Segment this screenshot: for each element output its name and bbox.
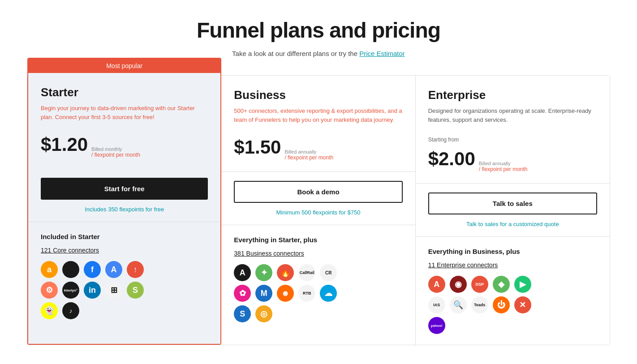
starter-plan-name: Starter <box>41 86 208 99</box>
business-price: $1.50 <box>234 137 281 158</box>
callrail-icon: CallRail <box>298 264 315 281</box>
snapchat-icon: 👻 <box>41 302 58 319</box>
enterprise-per-unit: / flexpoint per month <box>479 166 528 172</box>
page-title: Funnel plans and pricing <box>27 18 610 43</box>
teads-icon: Teads <box>471 296 488 313</box>
enterprise-cta-section: Talk to sales Talk to sales for a custom… <box>416 184 610 236</box>
business-price-row: $1.50 Billed annually / flexpoint per mo… <box>234 137 402 161</box>
starter-cta-button[interactable]: Start for free <box>41 178 208 200</box>
business-billed-label: Billed annually <box>284 149 333 154</box>
enterprise-plan-name: Enterprise <box>428 88 597 102</box>
tiktok-icon: ♪ <box>62 302 79 319</box>
hubspot-icon: ⚙ <box>41 282 58 299</box>
e5-icon: ▶ <box>514 276 531 293</box>
e9-icon: ✕ <box>514 296 531 313</box>
enterprise-icons-grid: A◉DSP◆▶IAS🔍Teads⏻✕yahoo! <box>428 276 597 334</box>
apple-icon <box>62 261 79 278</box>
enterprise-starting-from: Starting from <box>428 137 597 143</box>
most-popular-badge: Most popular <box>28 59 220 73</box>
enterprise-connectors-link[interactable]: 11 Enterprise connectors <box>428 261 597 269</box>
starter-cta-section: Start for free Includes 350 flexpoints f… <box>28 169 220 222</box>
starter-header: Starter Begin your journey to data-drive… <box>28 73 220 169</box>
adobe-icon: A <box>428 276 445 293</box>
plans-grid: Most popular Starter Begin your journey … <box>27 75 610 345</box>
enterprise-header: Enterprise Designed for organizations op… <box>416 76 610 184</box>
plan-enterprise: Enterprise Designed for organizations op… <box>416 76 610 345</box>
price-estimator-link[interactable]: Price Estimator <box>359 50 405 57</box>
b7-icon: ☻ <box>277 285 294 302</box>
business-plan-desc: 500+ connectors, extensive reporting & e… <box>234 107 402 131</box>
e2-icon: ◉ <box>450 276 467 293</box>
business-icons-grid: A✦🔥CallRailCR✿M☻RTB☁S◎ <box>234 264 402 322</box>
dsp-icon: DSP <box>471 276 488 293</box>
analytics-icon: ↑ <box>127 261 144 278</box>
starter-icons-grid: afA↑⚙klaviyo°in⊞S👻♪ <box>41 261 208 319</box>
yahoo-icon: yahoo! <box>428 317 445 334</box>
starter-cta-note: Includes 350 flexpoints for free <box>41 206 208 213</box>
business-connectors-link[interactable]: 381 Business connectors <box>234 250 402 257</box>
business-header: Business 500+ connectors, extensive repo… <box>221 76 415 172</box>
business-features-title: Everything in Starter, plus <box>234 236 402 244</box>
google-ads-icon: A <box>105 261 122 278</box>
e4-icon: ◆ <box>493 276 510 293</box>
facebook-icon: f <box>84 261 101 278</box>
enterprise-billed-label: Billed annually <box>479 161 528 166</box>
enterprise-cta-note: Talk to sales for a customized quote <box>428 221 597 227</box>
enterprise-cta-button[interactable]: Talk to sales <box>428 193 597 214</box>
starter-price-row: $1.20 Billed monthly / flexpoint per mon… <box>41 134 208 158</box>
microsoft-icon: ⊞ <box>105 282 122 299</box>
cr-icon: CR <box>320 264 337 281</box>
business-cta-note: Minimum 500 flexpoints for $750 <box>234 209 402 216</box>
starter-features: Included in Starter 121 Core connectors … <box>28 222 220 344</box>
linkedin-icon: in <box>84 282 101 299</box>
plan-starter: Most popular Starter Begin your journey … <box>27 58 221 345</box>
enterprise-features-title: Everything in Business, plus <box>428 248 597 255</box>
starter-plan-desc: Begin your journey to data-driven market… <box>41 104 208 128</box>
b1-icon: A <box>234 264 251 281</box>
business-cta-section: Book a demo Minimum 500 flexpoints for $… <box>221 172 415 225</box>
similarweb-icon: S <box>234 305 251 322</box>
b5-icon: ✿ <box>234 285 251 302</box>
b2-icon: ✦ <box>255 264 272 281</box>
business-per-unit: / flexpoint per month <box>284 154 333 161</box>
business-cta-button[interactable]: Book a demo <box>234 181 402 203</box>
b10-icon: ◎ <box>255 305 272 322</box>
business-features: Everything in Starter, plus 381 Business… <box>221 225 415 345</box>
enterprise-price: $2.00 <box>428 148 475 170</box>
search-icon: 🔍 <box>450 296 467 313</box>
rtb-icon: RTB <box>298 285 315 302</box>
starter-price: $1.20 <box>41 134 88 155</box>
starter-features-title: Included in Starter <box>41 233 208 240</box>
starter-per-unit: / flexpoint per month <box>91 152 140 158</box>
salesforce-icon: ☁ <box>320 285 337 302</box>
klaviyo-icon: klaviyo° <box>62 282 79 299</box>
shopify-icon: S <box>127 282 144 299</box>
starter-billed-label: Billed monthly <box>91 146 140 152</box>
ias-icon: IAS <box>428 296 445 313</box>
e8-icon: ⏻ <box>493 296 510 313</box>
b6-icon: M <box>255 285 272 302</box>
b3-icon: 🔥 <box>277 264 294 281</box>
enterprise-price-detail: Billed annually / flexpoint per month <box>479 161 528 172</box>
enterprise-price-row: $2.00 Billed annually / flexpoint per mo… <box>428 148 597 172</box>
subtitle: Take a look at our different plans or tr… <box>27 50 610 57</box>
plan-business: Business 500+ connectors, extensive repo… <box>221 76 415 345</box>
starter-price-detail: Billed monthly / flexpoint per month <box>91 146 140 158</box>
amazon-icon: a <box>41 261 58 278</box>
enterprise-plan-desc: Designed for organizations operating at … <box>428 107 597 131</box>
enterprise-features: Everything in Business, plus 11 Enterpri… <box>416 236 610 345</box>
business-price-detail: Billed annually / flexpoint per month <box>284 149 333 161</box>
starter-connectors-link[interactable]: 121 Core connectors <box>41 247 208 254</box>
business-plan-name: Business <box>234 88 402 102</box>
